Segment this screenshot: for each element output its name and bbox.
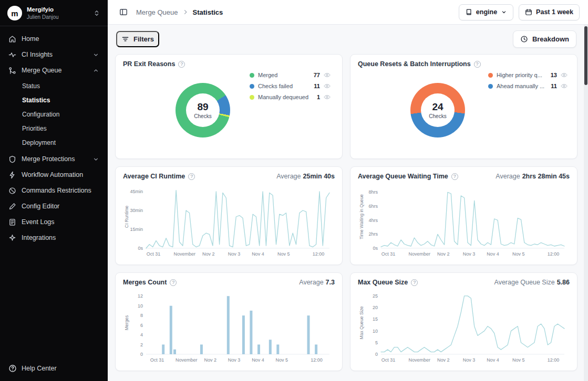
org-switcher[interactable]: m Mergifyio Julien Danjou xyxy=(0,0,108,26)
sidebar-toggle-button[interactable] xyxy=(116,5,131,19)
help-icon[interactable]: ? xyxy=(178,61,185,68)
sidebar-subitem-configuration[interactable]: Configuration xyxy=(0,107,108,121)
sidebar-item-commands-restrictions[interactable]: Commands Restrictions xyxy=(0,183,108,198)
svg-text:25: 25 xyxy=(373,293,378,299)
svg-text:6: 6 xyxy=(140,323,143,328)
sidebar-item-merge-queue[interactable]: Merge Queue xyxy=(0,62,108,78)
filters-label: Filters xyxy=(133,35,154,43)
repository-select[interactable]: engine xyxy=(459,4,513,20)
donut-legend: Higher priority q... 13 Ahead manually .… xyxy=(488,72,568,89)
sidebar-item-integrations[interactable]: Integrations xyxy=(0,230,108,246)
eye-icon[interactable] xyxy=(561,72,568,78)
activity-icon xyxy=(8,51,16,59)
sidebar-item-label: Config Editor xyxy=(22,203,59,210)
org-switcher-chevrons-icon xyxy=(93,9,100,17)
sidebar-item-merge-protections[interactable]: Merge Protections xyxy=(0,151,108,167)
sidebar-item-label: Merge Queue xyxy=(22,67,61,74)
svg-text:Nov 4: Nov 4 xyxy=(252,357,264,363)
legend-label: Checks failed xyxy=(258,83,293,89)
donut-center-value: 24 xyxy=(432,101,443,113)
sidebar-subitem-priorities[interactable]: Priorities xyxy=(0,121,108,135)
chevron-down-icon xyxy=(501,9,507,15)
repository-name: engine xyxy=(476,8,497,16)
svg-text:Nov 4: Nov 4 xyxy=(487,251,499,257)
merge-queue-subnav: Status Statistics Configuration Prioriti… xyxy=(0,78,108,151)
svg-text:4: 4 xyxy=(140,332,143,337)
svg-text:0s: 0s xyxy=(138,246,143,251)
sidebar-item-label: CI Insights xyxy=(22,51,53,58)
breakdown-label: Breakdown xyxy=(532,35,569,43)
queue-waiting-time-chart: 0s2hrs4hrs6hrs8hrsOct 31NovemberNov 2Nov… xyxy=(358,181,570,259)
help-icon[interactable]: ? xyxy=(411,279,418,286)
sidebar-item-label: Merge Protections xyxy=(22,155,75,163)
card-title: Max Queue Size xyxy=(358,279,408,286)
log-document-icon xyxy=(8,218,16,226)
legend-value: 13 xyxy=(551,72,557,78)
chevron-down-icon xyxy=(92,156,99,163)
eye-icon[interactable] xyxy=(324,94,331,100)
sidebar-subitem-statistics[interactable]: Statistics xyxy=(0,93,108,107)
date-range-label: Past 1 week xyxy=(536,8,573,16)
scrollbar-thumb[interactable] xyxy=(584,26,587,85)
filters-button[interactable]: Filters xyxy=(116,31,159,47)
clock-icon xyxy=(520,35,528,43)
repo-icon xyxy=(465,8,472,16)
mergify-logo: m xyxy=(7,6,22,20)
help-icon[interactable]: ? xyxy=(170,279,177,286)
svg-text:Nov 3: Nov 3 xyxy=(228,251,241,257)
sidebar-item-label: Event Logs xyxy=(22,218,55,226)
svg-text:Max Queue Size: Max Queue Size xyxy=(359,306,364,339)
svg-text:6hrs: 6hrs xyxy=(368,204,378,209)
sidebar: m Mergifyio Julien Danjou Home CI Insigh… xyxy=(0,0,108,381)
eye-icon[interactable] xyxy=(324,83,331,89)
svg-text:Nov 5: Nov 5 xyxy=(512,357,525,363)
filters-toolbar: Filters Breakdown xyxy=(108,25,588,48)
help-icon[interactable]: ? xyxy=(188,173,195,180)
help-icon[interactable]: ? xyxy=(451,173,458,180)
legend-item-higher-priority: Higher priority q... 13 xyxy=(488,72,568,78)
breakdown-button[interactable]: Breakdown xyxy=(513,30,576,48)
sidebar-subitem-status[interactable]: Status xyxy=(0,79,108,93)
sidebar-subitem-deployment[interactable]: Deployment xyxy=(0,135,108,150)
breadcrumb-section[interactable]: Merge Queue xyxy=(136,8,178,16)
help-icon[interactable]: ? xyxy=(474,61,481,68)
svg-text:Nov 5: Nov 5 xyxy=(277,251,290,257)
svg-text:Nov 4: Nov 4 xyxy=(252,251,264,257)
sidebar-item-ci-insights[interactable]: CI Insights xyxy=(0,47,108,62)
vertical-scrollbar[interactable] xyxy=(584,25,588,381)
average-readout: Average25min 40s xyxy=(276,173,335,180)
svg-text:Merges: Merges xyxy=(124,315,129,330)
svg-text:Nov 2: Nov 2 xyxy=(204,357,216,363)
svg-text:2hrs: 2hrs xyxy=(368,231,378,237)
card-title: Merges Count xyxy=(123,279,167,286)
svg-text:8hrs: 8hrs xyxy=(368,189,378,195)
svg-text:Oct 31: Oct 31 xyxy=(381,251,396,257)
sidebar-item-label: Commands Restrictions xyxy=(22,187,91,194)
sidebar-item-workflow-automation[interactable]: Workflow Automation xyxy=(0,167,108,183)
svg-text:12:00: 12:00 xyxy=(548,251,560,257)
main-area: Merge Queue Statistics engine Past 1 wee… xyxy=(108,0,588,381)
help-center-link[interactable]: Help Center xyxy=(0,356,108,381)
svg-text:30min: 30min xyxy=(130,208,143,213)
sidebar-item-event-logs[interactable]: Event Logs xyxy=(0,214,108,230)
svg-text:Nov 3: Nov 3 xyxy=(463,357,476,363)
svg-text:Nov 2: Nov 2 xyxy=(437,251,450,257)
sparkle-icon xyxy=(8,234,16,242)
help-center-label: Help Center xyxy=(22,365,57,372)
card-title: Average CI Runtime xyxy=(123,173,185,180)
card-title: Queue Resets & Batch Interruptions xyxy=(358,60,471,68)
legend-dot xyxy=(250,84,254,89)
svg-text:2: 2 xyxy=(140,342,143,347)
sidebar-nav: Home CI Insights Merge Queue Status Stat… xyxy=(0,26,108,356)
card-merges-count: Merges Count ? Average7.3 024681012Oct 3… xyxy=(115,272,343,371)
svg-text:12:00: 12:00 xyxy=(313,251,325,257)
legend-value: 11 xyxy=(551,83,557,89)
calendar-icon xyxy=(525,8,532,16)
eye-icon[interactable] xyxy=(561,83,568,89)
date-range-button[interactable]: Past 1 week xyxy=(519,4,580,20)
eye-icon[interactable] xyxy=(324,72,331,78)
sidebar-item-config-editor[interactable]: Config Editor xyxy=(0,198,108,214)
svg-text:12:00: 12:00 xyxy=(311,357,323,363)
ban-icon xyxy=(8,187,16,195)
sidebar-item-home[interactable]: Home xyxy=(0,31,108,47)
